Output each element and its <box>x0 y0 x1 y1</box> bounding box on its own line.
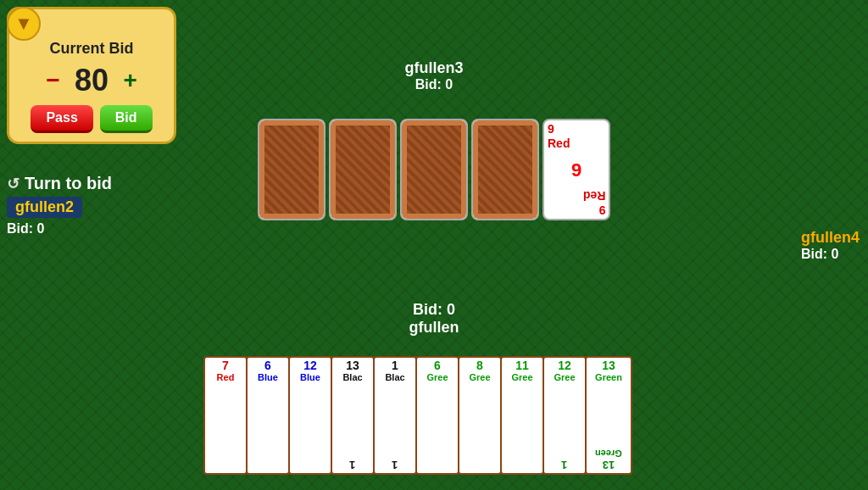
bid-button[interactable]: Bid <box>100 105 153 133</box>
hand-card-8[interactable]: 11 Gree <box>500 356 544 475</box>
hand-card-4[interactable]: 13 Blac 1 <box>331 356 375 475</box>
card-num: 7 <box>222 359 229 372</box>
card-suit: Blac <box>385 372 404 382</box>
top-player: gfullen3 Bid: 0 <box>404 59 463 92</box>
card-suit: Blac <box>342 372 362 382</box>
card-num: 12 <box>558 359 571 372</box>
bid-action-buttons: Pass Bid <box>21 105 162 133</box>
card-suit: Gree <box>511 372 532 382</box>
card-suit: Blue <box>300 372 320 382</box>
bid-plus-button[interactable]: + <box>124 69 137 92</box>
hand-card-2[interactable]: 6 Blue <box>246 356 290 475</box>
turn-player-bid: Bid: 0 <box>7 221 112 237</box>
turn-arrow-icon: ↺ <box>7 175 19 193</box>
top-player-cards: 9Red 9 9Red <box>258 119 610 220</box>
card-back-1 <box>258 119 326 220</box>
hand-card-3[interactable]: 12 Blue <box>288 356 332 475</box>
right-player-name: gfullen4 <box>801 229 860 247</box>
card-suit: Gree <box>554 372 575 382</box>
card-bottom-value: 9Red <box>583 188 605 217</box>
card-suit: Gree <box>469 372 490 382</box>
right-player-bid: Bid: 0 <box>801 247 860 262</box>
right-player: gfullen4 Bid: 0 <box>801 229 860 262</box>
bid-controls: − 80 + <box>21 63 162 98</box>
turn-to-bid-text: Turn to bid <box>25 174 112 193</box>
turn-info: ↺ Turn to bid gfullen2 Bid: 0 <box>7 174 112 237</box>
card-num: 6 <box>434 359 441 372</box>
card-num: 1 <box>392 359 398 372</box>
bid-panel-title: Current Bid <box>21 40 162 58</box>
card-suit: Red <box>217 372 235 382</box>
card-back-4 <box>471 119 539 220</box>
card-face-1: 9Red 9 9Red <box>542 119 610 220</box>
card-center-value: 9 <box>548 159 605 181</box>
turn-label: ↺ Turn to bid <box>7 174 112 193</box>
hand-card-1[interactable]: 7 Red <box>203 356 248 475</box>
card-suit: Gree <box>426 372 448 382</box>
pass-button[interactable]: Pass <box>31 105 92 133</box>
top-player-bid: Bid: 0 <box>404 77 463 92</box>
bottom-player: Bid: 0 gfullen <box>409 301 459 337</box>
top-player-name: gfullen3 <box>404 59 463 77</box>
card-back-2 <box>329 119 397 220</box>
hand-card-5[interactable]: 1 Blac 1 <box>373 356 417 475</box>
bottom-player-bid: Bid: 0 <box>409 301 459 319</box>
bid-value: 80 <box>69 63 115 98</box>
card-num: 12 <box>303 359 317 372</box>
card-num: 13 <box>346 359 359 372</box>
bottom-player-cards: 7 Red 6 Blue 12 Blue 13 Blac 1 1 Blac 1 … <box>203 356 631 475</box>
turn-player-name: gfullen2 <box>7 197 82 218</box>
card-num: 11 <box>515 359 529 372</box>
hand-card-6[interactable]: 6 Gree <box>415 356 459 475</box>
bid-minus-button[interactable]: − <box>46 69 59 92</box>
bottom-player-name: gfullen <box>409 319 459 337</box>
hand-card-9[interactable]: 12 Gree 1 <box>542 356 587 475</box>
arrow-icon: ▼ <box>7 7 41 41</box>
hand-card-10[interactable]: 13 Green 13 Green <box>585 356 632 475</box>
card-num: 6 <box>264 359 271 372</box>
card-suit: Blue <box>258 372 278 382</box>
hand-card-7[interactable]: 8 Gree <box>458 356 502 475</box>
card-back-3 <box>400 119 468 220</box>
card-suit: Green <box>595 372 622 382</box>
card-num: 13 <box>602 359 615 372</box>
card-num: 8 <box>476 359 483 372</box>
card-top-value: 9Red <box>548 122 605 151</box>
